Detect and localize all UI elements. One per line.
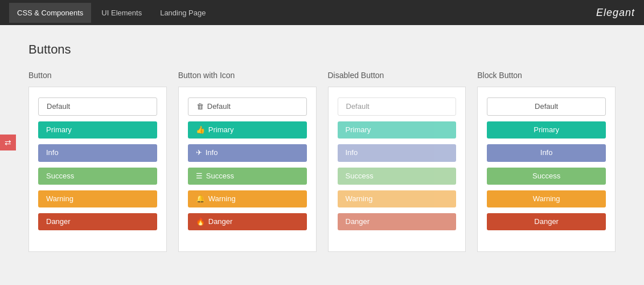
btn-primary-0[interactable]: Primary [38, 121, 157, 139]
btn-label-info-1: Info [206, 148, 218, 158]
btn-label-warning-2: Warning [346, 194, 373, 204]
btn-label-danger-1: Danger [208, 217, 233, 227]
share-icon[interactable]: ⇄ [0, 135, 16, 150]
column-title-3: Block Button [477, 71, 616, 80]
btn-label-warning-1: Warning [208, 194, 236, 204]
btn-info-3[interactable]: Info [487, 144, 606, 161]
btn-label-default-1: Default [207, 101, 231, 112]
main-content: Buttons ButtonDefaultPrimaryInfoSuccessW… [0, 25, 644, 269]
btn-warning-2: Warning [338, 190, 457, 207]
btn-icon-info-1: ✈ [196, 148, 202, 158]
column-box-3: DefaultPrimaryInfoSuccessWarningDanger [477, 87, 616, 252]
btn-label-info-0: Info [46, 148, 59, 158]
btn-label-warning-3: Warning [533, 194, 560, 204]
btn-danger-2: Danger [338, 213, 457, 230]
btn-info-0[interactable]: Info [38, 144, 157, 161]
btn-danger-3[interactable]: Danger [487, 213, 606, 230]
btn-label-danger-0: Danger [46, 217, 71, 227]
btn-label-danger-3: Danger [534, 217, 559, 227]
btn-default-3[interactable]: Default [487, 97, 606, 116]
btn-label-warning-0: Warning [46, 194, 73, 204]
btn-success-1[interactable]: ☰Success [188, 168, 307, 185]
btn-warning-3[interactable]: Warning [487, 190, 606, 207]
btn-success-3[interactable]: Success [487, 168, 606, 185]
btn-success-0[interactable]: Success [38, 168, 157, 185]
column-box-1: 🗑Default👍Primary✈Info☰Success🔔Warning🔥Da… [178, 87, 317, 252]
page-title: Buttons [28, 42, 616, 57]
column-title-1: Button with Icon [178, 71, 317, 80]
btn-label-primary-1: Primary [208, 125, 234, 135]
nav-links: CSS & Components UI Elements Landing Pag… [9, 3, 214, 23]
btn-primary-3[interactable]: Primary [487, 121, 606, 139]
btn-label-default-0: Default [47, 101, 70, 112]
btn-icon-success-1: ☰ [196, 171, 203, 181]
btn-label-success-0: Success [46, 171, 74, 181]
btn-info-1[interactable]: ✈Info [188, 144, 307, 161]
nav-item-landing[interactable]: Landing Page [152, 3, 214, 23]
button-columns: ButtonDefaultPrimaryInfoSuccessWarningDa… [28, 71, 616, 252]
btn-label-danger-2: Danger [346, 217, 370, 227]
btn-icon-primary-1: 👍 [196, 125, 205, 135]
btn-icon-danger-1: 🔥 [196, 217, 205, 227]
btn-default-1[interactable]: 🗑Default [188, 97, 307, 116]
navbar: CSS & Components UI Elements Landing Pag… [0, 0, 644, 25]
btn-default-0[interactable]: Default [38, 97, 157, 116]
btn-label-success-3: Success [532, 171, 560, 181]
btn-warning-1[interactable]: 🔔Warning [188, 190, 307, 207]
btn-warning-0[interactable]: Warning [38, 190, 157, 207]
btn-info-2: Info [338, 144, 457, 161]
column-0: ButtonDefaultPrimaryInfoSuccessWarningDa… [28, 71, 167, 252]
btn-label-default-3: Default [535, 101, 558, 112]
column-2: Disabled ButtonDefaultPrimaryInfoSuccess… [328, 71, 466, 252]
column-title-2: Disabled Button [328, 71, 466, 80]
column-3: Block ButtonDefaultPrimaryInfoSuccessWar… [477, 71, 616, 252]
btn-label-success-1: Success [206, 171, 234, 181]
btn-danger-0[interactable]: Danger [38, 213, 157, 230]
btn-label-info-3: Info [540, 148, 553, 158]
btn-label-info-2: Info [346, 148, 358, 158]
brand-name: Elegant [596, 7, 635, 19]
column-title-0: Button [28, 71, 167, 80]
column-box-0: DefaultPrimaryInfoSuccessWarningDanger [28, 87, 167, 252]
btn-primary-2: Primary [338, 121, 457, 139]
column-box-2: DefaultPrimaryInfoSuccessWarningDanger [328, 87, 466, 252]
nav-item-ui[interactable]: UI Elements [93, 3, 150, 23]
btn-success-2: Success [338, 168, 457, 185]
btn-label-primary-2: Primary [346, 125, 371, 135]
btn-label-primary-0: Primary [46, 125, 72, 135]
btn-primary-1[interactable]: 👍Primary [188, 121, 307, 139]
nav-item-css[interactable]: CSS & Components [9, 3, 91, 23]
btn-danger-1[interactable]: 🔥Danger [188, 213, 307, 230]
btn-default-2: Default [338, 97, 457, 116]
btn-icon-default-1: 🗑 [196, 101, 204, 112]
btn-icon-warning-1: 🔔 [196, 194, 205, 204]
btn-label-success-2: Success [346, 171, 374, 181]
column-1: Button with Icon🗑Default👍Primary✈Info☰Su… [178, 71, 317, 252]
btn-label-default-2: Default [346, 101, 370, 112]
btn-label-primary-3: Primary [534, 125, 559, 135]
